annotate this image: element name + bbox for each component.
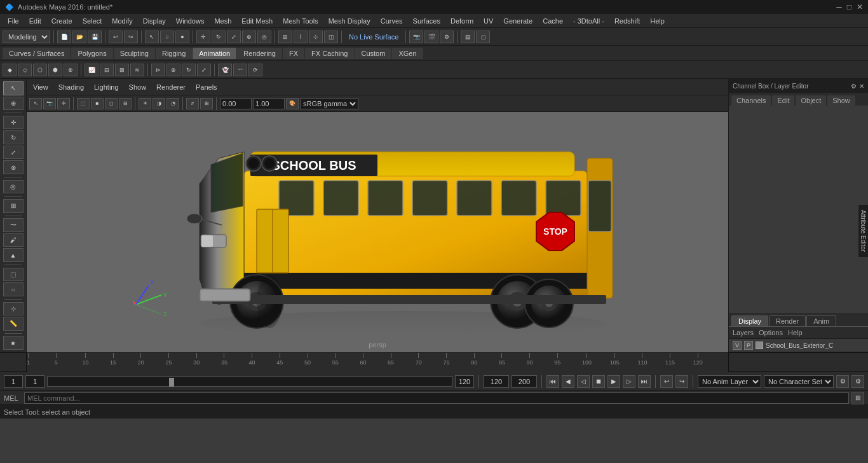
turntable-button[interactable]: ⟳ [248,64,262,76]
menu-item-surfaces[interactable]: Surfaces [408,16,445,26]
layer-header-options[interactable]: Options [759,329,783,336]
ghost-button[interactable]: 👻 [218,64,232,76]
layer-visibility-btn[interactable]: V [733,341,742,350]
breakdown-key-button[interactable]: ⬡ [33,64,47,76]
mel-input[interactable] [24,392,849,404]
menu-item-create[interactable]: Create [46,16,78,26]
play-back-btn[interactable]: ◁ [577,375,590,388]
right-panel-close-btn[interactable]: ✕ [859,83,864,90]
mel-submit-btn[interactable]: ⊞ [851,392,864,404]
menu-item-mesh[interactable]: Mesh [209,16,236,26]
soft-select-left[interactable]: ◎ [3,180,24,194]
select-tool-button[interactable]: ↖ [145,31,159,43]
vp-wireframe-btn[interactable]: ⬚ [77,98,90,109]
paint-tool[interactable]: 🖌 [3,233,24,247]
minimize-button[interactable]: ─ [836,3,842,11]
universal-tool-left[interactable]: ⊗ [3,160,24,174]
vp-select-btn[interactable]: ↖ [29,98,42,109]
no-anim-layer-select[interactable]: No Anim Layer [698,375,761,388]
workflow-tab-fx[interactable]: FX [283,48,304,59]
display-tab-render[interactable]: Render [769,315,806,326]
menu-item-windows[interactable]: Windows [171,16,210,26]
new-scene-button[interactable]: 📄 [57,31,71,43]
constraint-scale-button[interactable]: ⤢ [197,64,211,76]
mute-key-button[interactable]: ⊗ [64,64,78,76]
close-button[interactable]: ✕ [857,3,863,11]
hide-button[interactable]: ◻ [476,31,490,43]
measure-tool[interactable]: 📏 [3,317,24,331]
vp-camera-btn[interactable]: 📷 [43,98,56,109]
cycle-btn[interactable]: ↪ [675,375,688,388]
anim-extra-btn[interactable]: ⚙ [851,375,864,388]
display-tab-anim[interactable]: Anim [806,315,836,326]
menu-item-help[interactable]: Help [645,16,670,26]
rotate-tool-button[interactable]: ↻ [212,31,226,43]
open-scene-button[interactable]: 📂 [72,31,86,43]
menu-item-modify[interactable]: Modify [107,16,137,26]
menu-item-uv[interactable]: UV [478,16,498,26]
show-manipulator[interactable]: ⊞ [3,199,24,213]
render-settings-button[interactable]: ⚙ [440,31,454,43]
layer-playback-btn[interactable]: P [744,341,753,350]
scale-tool-button[interactable]: ⤢ [227,31,241,43]
display-tab-display[interactable]: Display [731,315,768,326]
frame-current-input[interactable]: 1 [25,375,44,388]
redo-button[interactable]: ↪ [124,31,138,43]
panels-menu[interactable]: Panels [192,82,221,92]
key-all-button[interactable]: ◆ [3,64,17,76]
right-panel-options-btn[interactable]: ⚙ [851,83,857,90]
menu-item-edit[interactable]: Edit [24,16,46,26]
undo-button[interactable]: ↩ [109,31,123,43]
total-frames-input[interactable]: 200 [512,375,537,388]
workflow-tab-custom[interactable]: Custom [355,48,392,59]
render-view-button[interactable]: 📷 [409,31,423,43]
menu-item-redshift[interactable]: Redshift [609,16,645,26]
layer-header-layers[interactable]: Layers [733,329,754,336]
view-menu[interactable]: View [29,82,52,92]
show-menu[interactable]: Show [125,82,151,92]
anim-end-input[interactable]: 120 [484,375,509,388]
frame-start-input[interactable]: 1 [4,375,23,388]
frame-end-input[interactable]: 120 [455,375,474,388]
vp-smooth-btn[interactable]: ■ [91,98,104,109]
menu-item-curves[interactable]: Curves [376,16,408,26]
lasso-select[interactable]: ○ [3,282,24,296]
vp-flat-btn[interactable]: ◻ [105,98,118,109]
sculpt-tool[interactable]: ▲ [3,248,24,262]
graph-editor-button[interactable]: 📈 [85,64,98,76]
snap-curve-button[interactable]: ⌇ [294,31,308,43]
workflow-tab-rigging[interactable]: Rigging [156,48,192,59]
curve-tool[interactable]: 〜 [3,218,24,232]
no-character-set-select[interactable]: No Character Set [764,375,834,388]
menu-item-select[interactable]: Select [78,16,107,26]
workflow-tab-fx-caching[interactable]: FX Caching [305,48,354,59]
key-button[interactable]: ◇ [18,64,32,76]
go-to-end-btn[interactable]: ⏭ [638,375,651,388]
timeline-ruler[interactable]: 1510152025303540455055606570758085909510… [27,353,728,372]
workflow-tab-animation[interactable]: Animation [193,48,236,59]
menu-item-file[interactable]: File [3,16,24,26]
workflow-tab-sculpting[interactable]: Sculpting [114,48,155,59]
loop-btn[interactable]: ↩ [660,375,673,388]
display-layer-button[interactable]: ▤ [461,31,475,43]
quick-select[interactable]: ★ [3,336,24,350]
channel-tab-channels[interactable]: Channels [731,95,771,106]
workspace-selector[interactable]: Modeling [3,31,50,43]
scale-tool-left[interactable]: ⤢ [3,146,24,160]
menu-item-cache[interactable]: Cache [538,16,568,26]
lasso-tool-button[interactable]: ○ [160,31,174,43]
shape-editor-button[interactable]: ≋ [130,64,144,76]
snapping-tool[interactable]: ⊹ [3,302,24,316]
play-forward-btn[interactable]: ▶ [607,375,620,388]
select-tool[interactable]: ↖ [3,81,24,95]
rotate-tool-left[interactable]: ↻ [3,130,24,144]
workflow-tab-polygons[interactable]: Polygons [71,48,112,59]
move-tool-left[interactable]: ✛ [3,116,24,130]
constraint-point-button[interactable]: ⊕ [166,64,180,76]
dope-sheet-button[interactable]: ⊟ [100,64,114,76]
workflow-tab-curves--surfaces[interactable]: Curves / Surfaces [3,48,71,59]
anim-settings-btn[interactable]: ⚙ [836,375,849,388]
universal-manipulator-button[interactable]: ⊕ [242,31,256,43]
motion-trail-button[interactable]: 〰 [233,64,247,76]
soft-select-button[interactable]: ◎ [257,31,271,43]
